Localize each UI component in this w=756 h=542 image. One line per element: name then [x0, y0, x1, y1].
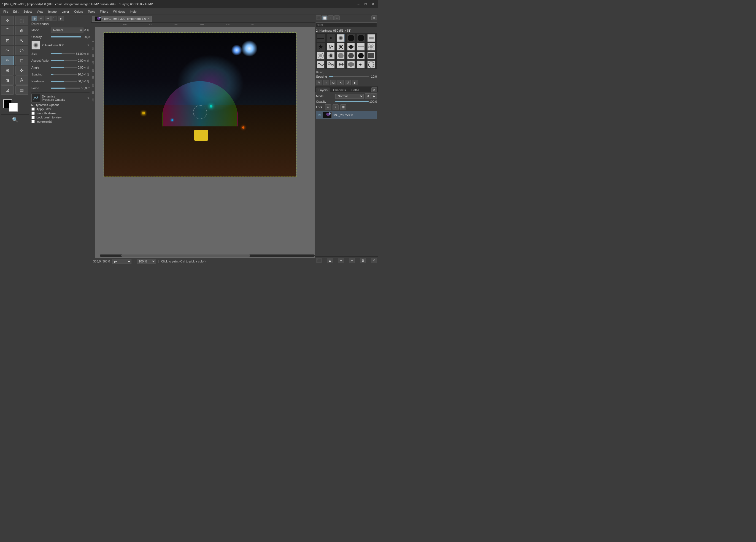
- warp-tool[interactable]: 〜: [1, 46, 14, 55]
- dodge-burn-tool[interactable]: ◑: [1, 76, 14, 85]
- brush-cell-med[interactable]: [337, 34, 345, 42]
- paintbrush-tool[interactable]: ✏: [1, 56, 14, 65]
- options-tab-2[interactable]: ↺: [38, 16, 44, 21]
- layer-item-0[interactable]: 👁 IMG_2952-300: [316, 111, 377, 119]
- rect-select-tool[interactable]: ⬚: [15, 16, 28, 25]
- brush-cell-r5[interactable]: [357, 52, 365, 60]
- brush-cell-cross[interactable]: [357, 43, 365, 51]
- menu-tools[interactable]: Tools: [86, 9, 97, 14]
- layers-new-group-btn[interactable]: ⬛: [316, 258, 322, 263]
- layers-delete-btn[interactable]: ✕: [371, 258, 377, 263]
- background-color[interactable]: [9, 103, 18, 112]
- layer-visibility-icon[interactable]: 👁: [317, 113, 322, 117]
- force-reset[interactable]: ↺: [87, 87, 90, 90]
- menu-layer[interactable]: Layer: [60, 9, 72, 14]
- incremental-checkbox[interactable]: [31, 120, 35, 123]
- spacing-chain[interactable]: ⛓: [87, 73, 90, 76]
- lock-new-btn[interactable]: +: [333, 104, 339, 110]
- brush-cell-r6[interactable]: [367, 52, 375, 60]
- angle-reset[interactable]: ↺: [84, 66, 86, 69]
- lock-pixels-btn[interactable]: ✏: [325, 104, 331, 110]
- brush-icon-4[interactable]: 🖊: [334, 15, 340, 20]
- layers-panel-close[interactable]: ✕: [371, 87, 377, 92]
- maximize-button[interactable]: □: [363, 1, 369, 7]
- canvas-tab-main[interactable]: * [IMG_2952-300] (imported)-1.0 ✕: [92, 16, 152, 22]
- brush-cell-w5[interactable]: ✦: [357, 60, 365, 69]
- scrollbar-horizontal[interactable]: [100, 255, 315, 258]
- menu-view[interactable]: View: [34, 9, 45, 14]
- brush-cell-r3[interactable]: [337, 52, 345, 60]
- brush-new-btn[interactable]: +: [323, 80, 329, 85]
- brush-more-btn[interactable]: ▶: [352, 80, 358, 85]
- crop-tool[interactable]: ⊡: [1, 36, 14, 45]
- force-slider[interactable]: [51, 88, 80, 89]
- move-tool[interactable]: ✛: [1, 16, 14, 25]
- brush-cell-r2[interactable]: [327, 52, 335, 60]
- menu-file[interactable]: File: [1, 9, 10, 14]
- layers-mode-reset[interactable]: ↺: [365, 93, 371, 99]
- mode-chain-icon[interactable]: ⛓: [87, 29, 90, 32]
- lock-grid-btn[interactable]: ⊞: [340, 104, 346, 110]
- brush-cell-splatter1[interactable]: [327, 43, 335, 51]
- canvas-viewport[interactable]: [95, 27, 315, 258]
- close-button[interactable]: ✕: [370, 1, 376, 7]
- layers-mode-chain[interactable]: ▶: [371, 93, 377, 99]
- brush-cell-xl[interactable]: [357, 34, 365, 42]
- clone-tool[interactable]: ✜: [15, 66, 28, 75]
- transform-tool[interactable]: ⤡: [15, 36, 28, 45]
- options-tab-4[interactable]: ⬛: [51, 16, 57, 21]
- brush-cell-wavy2[interactable]: [327, 60, 335, 69]
- brush-copy-btn[interactable]: ⧉: [330, 80, 336, 85]
- brush-cell-w4[interactable]: [347, 60, 355, 69]
- bucket-fill-tool[interactable]: ⬠: [15, 46, 28, 55]
- brush-cell-r4[interactable]: [347, 52, 355, 60]
- brush-cell-line-h[interactable]: [317, 34, 325, 42]
- hardness-reset[interactable]: ↺: [84, 80, 86, 83]
- heal-tool[interactable]: ⊕: [1, 66, 14, 75]
- brush-cell-splatter3[interactable]: [347, 43, 355, 51]
- brush-icon-2[interactable]: ⬜: [322, 15, 328, 20]
- menu-image[interactable]: Image: [46, 9, 59, 14]
- minimize-button[interactable]: –: [355, 1, 361, 7]
- brush-cell-w3[interactable]: [337, 60, 345, 69]
- brush-cell-star[interactable]: ★: [317, 43, 325, 51]
- apply-jitter-checkbox[interactable]: [31, 107, 35, 111]
- eraser-tool[interactable]: ◻: [15, 56, 28, 65]
- hardness-chain[interactable]: ⛓: [87, 80, 90, 83]
- brush-cell-chevron[interactable]: [367, 34, 375, 42]
- aspect-chain[interactable]: ⛓: [87, 59, 90, 62]
- menu-windows[interactable]: Windows: [111, 9, 128, 14]
- layers-down-btn[interactable]: ▼: [338, 258, 344, 263]
- options-tab-tool[interactable]: ⚙: [31, 16, 37, 21]
- text-tool[interactable]: A: [15, 76, 28, 85]
- spacing-reset[interactable]: ↺: [84, 73, 86, 76]
- menu-select[interactable]: Select: [21, 9, 34, 14]
- spacing-slider[interactable]: [51, 74, 77, 75]
- brush-cell-dot-sm[interactable]: [327, 34, 335, 42]
- canvas-tab-close-icon[interactable]: ✕: [147, 17, 149, 20]
- hardness-slider[interactable]: [51, 81, 77, 82]
- color-picker-tool[interactable]: ⊿: [1, 85, 14, 95]
- aspect-reset[interactable]: ↺: [84, 59, 86, 62]
- brush-edit-icon[interactable]: ✎: [87, 44, 90, 47]
- options-tab-3[interactable]: ↩: [45, 16, 51, 21]
- layers-new-btn[interactable]: +: [349, 258, 355, 263]
- size-chain[interactable]: ⛓: [87, 52, 90, 55]
- mode-reset-icon[interactable]: ↺: [84, 29, 86, 32]
- brush-refresh-btn[interactable]: ↺: [345, 80, 351, 85]
- brush-preview[interactable]: [31, 41, 40, 50]
- menu-edit[interactable]: Edit: [11, 9, 21, 14]
- menu-filters[interactable]: Filters: [98, 9, 110, 14]
- brush-delete-btn[interactable]: ✕: [337, 80, 344, 85]
- opacity-slider[interactable]: [51, 36, 81, 37]
- menu-help[interactable]: Help: [128, 9, 139, 14]
- brush-cell-w6[interactable]: [367, 60, 375, 69]
- brush-icon-3[interactable]: T: [328, 15, 334, 20]
- size-reset[interactable]: ↺: [84, 52, 86, 55]
- brush-cell-texture1[interactable]: [367, 43, 375, 51]
- search-tool-btn[interactable]: 🔍: [1, 117, 29, 123]
- brush-cell-r1[interactable]: [317, 52, 325, 60]
- menu-colors[interactable]: Colors: [72, 9, 85, 14]
- brush-icon-1[interactable]: ⬛: [316, 15, 322, 20]
- layers-mode-select[interactable]: Normal Multiply: [335, 94, 364, 99]
